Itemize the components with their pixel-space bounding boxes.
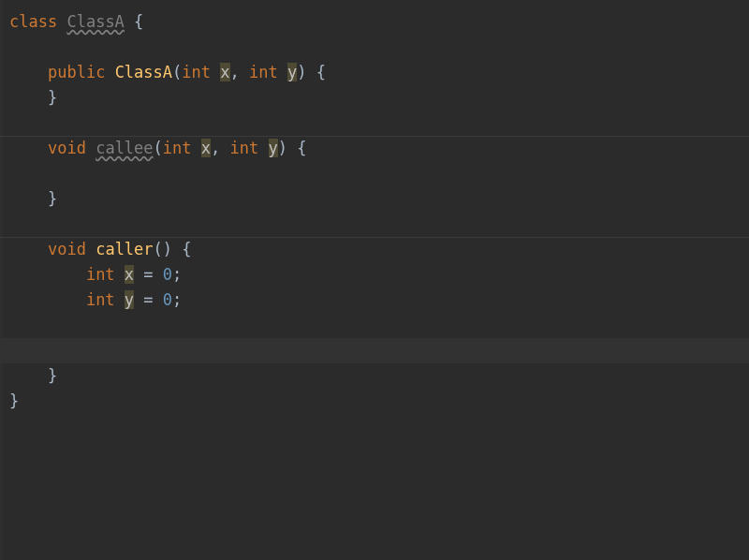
brace: } [48,189,57,208]
code-line[interactable]: public ClassA(int x, int y) { [0,60,749,85]
var-x: x [125,265,134,284]
code-line[interactable] [0,161,749,186]
code-line[interactable]: int y = 0; [0,287,749,313]
param-y: y [269,139,278,157]
param-x: x [201,139,211,157]
keyword-int: int [249,63,278,81]
code-line[interactable]: } [0,363,749,389]
keyword-int: int [86,290,115,309]
keyword-public: public [48,63,105,81]
keyword-void: void [48,139,86,157]
code-line[interactable]: void caller() { [0,237,749,262]
constructor-name: ClassA [115,63,172,81]
code-line[interactable]: } [0,85,749,111]
keyword-void: void [48,240,86,258]
code-line[interactable] [0,111,749,136]
code-editor[interactable]: class ClassA { public ClassA(int x, int … [0,0,749,560]
code-line[interactable] [0,35,749,60]
brace: } [9,391,19,410]
brace: } [48,366,57,385]
code-line[interactable]: void callee(int x, int y) { [0,136,749,161]
code-line[interactable]: } [0,186,749,212]
literal-zero: 0 [163,290,172,309]
code-line[interactable] [0,212,749,237]
code-line-current[interactable] [0,338,749,363]
method-callee: callee [95,139,153,157]
keyword-int: int [230,139,259,157]
keyword-class: class [9,12,57,31]
keyword-int: int [182,63,211,81]
brace: } [48,88,57,107]
code-line[interactable]: int x = 0; [0,262,749,287]
code-line[interactable]: class ClassA { [0,9,749,35]
code-line[interactable]: } [0,389,749,414]
method-caller: caller [95,240,153,258]
keyword-int: int [163,139,192,157]
var-y: y [125,290,134,309]
param-x: x [220,63,229,81]
param-y: y [287,63,297,81]
brace: { [125,12,143,31]
literal-zero: 0 [163,265,172,284]
class-name: ClassA [66,12,124,31]
keyword-int: int [86,265,115,284]
code-line[interactable] [0,313,749,338]
